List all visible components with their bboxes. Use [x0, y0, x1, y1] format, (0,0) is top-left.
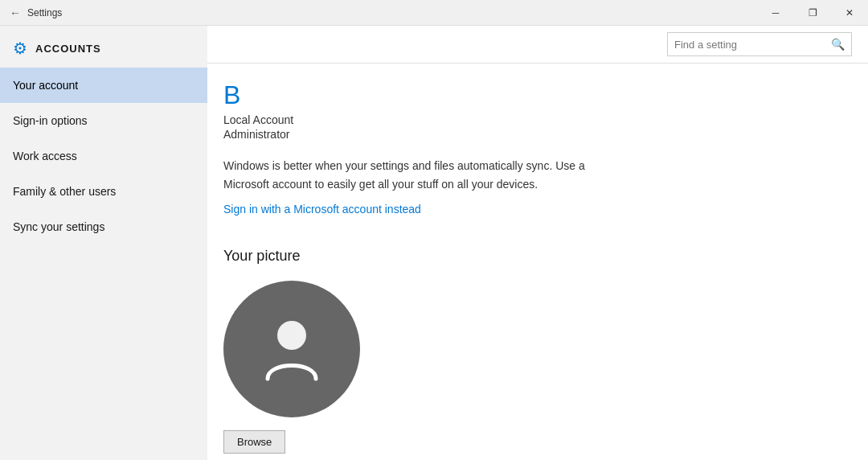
sidebar-nav: Your account Sign-in options Work access… — [0, 68, 207, 244]
your-picture-title: Your picture — [223, 248, 836, 265]
sidebar-title: ACCOUNTS — [35, 43, 101, 55]
ms-account-link[interactable]: Sign in with a Microsoft account instead — [223, 203, 421, 216]
browse-button[interactable]: Browse — [223, 430, 285, 454]
sidebar-item-sign-in-options[interactable]: Sign-in options — [0, 103, 207, 138]
titlebar: ← Settings ─ ❐ ✕ — [0, 0, 868, 26]
back-button[interactable]: ← — [10, 6, 21, 19]
sidebar-header: ⚙ ACCOUNTS — [0, 26, 207, 68]
account-role: Administrator — [223, 128, 836, 141]
main-header: 🔍 — [207, 26, 868, 64]
app-container: ⚙ ACCOUNTS Your account Sign-in options … — [0, 26, 868, 460]
account-name: Local Account — [223, 113, 836, 126]
search-box: 🔍 — [667, 32, 852, 56]
sidebar: ⚙ ACCOUNTS Your account Sign-in options … — [0, 26, 207, 460]
gear-icon: ⚙ — [13, 39, 27, 58]
sidebar-item-work-access[interactable]: Work access — [0, 138, 207, 174]
account-initial: B — [223, 80, 836, 110]
search-input[interactable] — [674, 39, 831, 51]
main-content: 🔍 B Local Account Administrator Windows … — [207, 26, 868, 460]
avatar — [223, 281, 360, 417]
sidebar-item-family-other-users[interactable]: Family & other users — [0, 174, 207, 209]
restore-button[interactable]: ❐ — [794, 0, 831, 26]
content-scroll: B Local Account Administrator Windows is… — [207, 64, 868, 460]
svg-point-0 — [277, 321, 306, 350]
avatar-icon — [260, 313, 324, 385]
search-icon: 🔍 — [831, 38, 845, 51]
sidebar-item-sync-your-settings[interactable]: Sync your settings — [0, 209, 207, 244]
sync-description: Windows is better when your settings and… — [223, 157, 625, 193]
close-button[interactable]: ✕ — [831, 0, 868, 26]
titlebar-left: ← Settings — [10, 6, 62, 19]
minimize-button[interactable]: ─ — [757, 0, 794, 26]
titlebar-controls: ─ ❐ ✕ — [757, 0, 868, 26]
sidebar-item-your-account[interactable]: Your account — [0, 68, 207, 103]
titlebar-title: Settings — [27, 7, 62, 18]
